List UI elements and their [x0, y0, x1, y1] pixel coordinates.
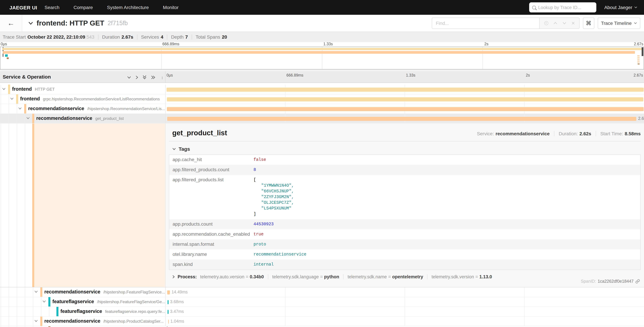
- minimap-tick-labels: 0μs 666.89ms 1.33s 2s 2.67s: [0, 42, 644, 47]
- tag-row: app.filtered_products.list["1YMWWN1N4O",…: [169, 175, 640, 219]
- process-value: python: [324, 274, 339, 279]
- trace-timeline-minimap[interactable]: [0, 47, 644, 70]
- tag-key: internal.span.format: [169, 239, 254, 249]
- clear-find-icon[interactable]: [571, 22, 575, 25]
- tags-section-title: Tags: [179, 146, 190, 152]
- span-duration-bar[interactable]: [168, 300, 168, 304]
- span-row[interactable]: recommendationservice/hipstershop.Recomm…: [0, 104, 644, 114]
- tick-label: 1.33s: [323, 42, 333, 46]
- span-collapse-chevron-icon[interactable]: [18, 107, 22, 110]
- span-collapse-chevron-icon[interactable]: [26, 117, 30, 120]
- process-key: telemetry.sdk.language: [272, 274, 319, 279]
- span-duration-bar[interactable]: [168, 310, 168, 314]
- tag-row: otel.library.namerecommendationservice: [169, 250, 640, 260]
- span-duration-bar[interactable]: [166, 88, 644, 92]
- deep-link-icon[interactable]: [635, 279, 640, 284]
- tag-row: app.cache_hitfalse: [169, 155, 640, 165]
- process-key: telemetry.sdk.version: [432, 274, 474, 279]
- viewport-right-scrubber[interactable]: [642, 47, 643, 56]
- tag-row: app.products.count44530923: [169, 219, 640, 229]
- span-duration-bar[interactable]: [168, 320, 169, 324]
- minimap-span-bar: [5, 54, 8, 57]
- tick-label: 0μs: [1, 42, 7, 46]
- trace-page-header: ← frontend: HTTP GET 2f715fb ⌘ Trace Tim…: [0, 15, 644, 32]
- span-collapse-chevron-icon[interactable]: [34, 320, 38, 322]
- process-key: telemetry.sdk.name: [348, 274, 387, 279]
- span-duration-label: Duration:: [559, 131, 578, 136]
- span-collapse-chevron-icon[interactable]: [42, 300, 46, 303]
- minimap-span-bar: [638, 64, 640, 64]
- minimap-span-bar: [2, 51, 635, 54]
- span-rows: frontendHTTP GETfrontendgrpc.hipstershop…: [0, 83, 644, 327]
- app-logo[interactable]: JAEGER UI: [10, 4, 37, 10]
- tags-section-toggle[interactable]: Tags: [172, 146, 641, 152]
- span-operation-name: /hipstershop.FeatureFlagService...: [104, 290, 165, 294]
- timeline-tick-labels: 0μs 666.89ms 1.33s 2s 2.67s: [0, 73, 644, 78]
- span-collapse-chevron-icon[interactable]: [34, 290, 38, 293]
- span-duration-label: 14.49ms: [172, 290, 188, 294]
- span-row-partial[interactable]: [0, 326, 644, 327]
- keyboard-shortcuts-button[interactable]: ⌘: [583, 18, 594, 29]
- jaeger-trace-page: JAEGER UI Search Compare System Architec…: [0, 0, 644, 327]
- span-collapse-chevron-icon[interactable]: [10, 97, 14, 100]
- span-row[interactable]: recommendationservice/hipstershop.Featur…: [0, 288, 644, 297]
- tag-value: recommendationservice: [254, 250, 309, 260]
- span-operation-name: /hipstershop.FeatureFlagService/Ge...: [97, 300, 165, 304]
- nav-item-system-architecture[interactable]: System Architecture: [107, 5, 149, 10]
- process-value: opentelemetry: [392, 274, 423, 279]
- span-detail-title: get_product_list: [172, 129, 227, 137]
- command-icon: ⌘: [586, 20, 592, 27]
- prev-match-icon[interactable]: [553, 22, 557, 24]
- tag-key: span.kind: [169, 260, 254, 269]
- span-duration-value: 2.62s: [580, 131, 591, 136]
- span-row[interactable]: recommendationserviceget_product_list2.6…: [0, 114, 644, 124]
- span-row[interactable]: featureflagservice/hipstershop.FeatureFl…: [0, 297, 644, 307]
- chevron-down-icon: [634, 6, 637, 8]
- span-duration-bar[interactable]: [167, 97, 643, 102]
- tag-value: false: [254, 155, 269, 165]
- back-button[interactable]: ←: [0, 15, 22, 32]
- trace-id: 2f715fb: [108, 20, 128, 27]
- span-duration-bar[interactable]: [167, 290, 170, 294]
- trace-lookup-input[interactable]: [538, 5, 593, 10]
- nav-item-compare[interactable]: Compare: [74, 5, 93, 10]
- span-color-bar: [16, 94, 18, 104]
- tag-value: 44530923: [254, 219, 276, 229]
- span-duration-bar[interactable]: [167, 117, 636, 121]
- tag-row: app.filtered_products.count8: [169, 165, 640, 175]
- span-row[interactable]: featureflagservicefeatureflagservice.rep…: [0, 307, 644, 316]
- tag-key: otel.library.name: [169, 250, 254, 259]
- span-service-name: featureflagservice/hipstershop.FeatureFl…: [52, 299, 165, 304]
- tick-label: 2.67s: [634, 42, 643, 46]
- trace-view-label: Trace Timeline: [601, 20, 632, 26]
- top-nav: JAEGER UI Search Compare System Architec…: [0, 0, 644, 15]
- next-match-icon[interactable]: [562, 22, 566, 24]
- span-collapse-chevron-icon[interactable]: [2, 88, 6, 90]
- span-row[interactable]: frontendgrpc.hipstershop.RecommendationS…: [0, 94, 644, 104]
- span-operation-name: HTTP GET: [35, 87, 55, 92]
- nav-item-monitor[interactable]: Monitor: [163, 5, 178, 10]
- collapse-trace-chevron-icon[interactable]: [28, 22, 33, 25]
- depth-label: Depth: [171, 34, 184, 40]
- span-color-bar: [24, 104, 26, 114]
- trace-start-value: October 22 2022, 22:10:09.543: [27, 34, 94, 40]
- process-row[interactable]: Process: telemetry.auto.version=0.34b0te…: [172, 274, 641, 279]
- trace-start-label: Trace Start: [3, 34, 26, 40]
- span-duration-label: 3.47ms: [170, 309, 184, 314]
- tick-label: 0μs: [166, 73, 173, 77]
- find-input[interactable]: [432, 18, 539, 29]
- about-jaeger-menu[interactable]: About Jaeger: [604, 5, 637, 10]
- span-duration-label: 3.68ms: [170, 300, 184, 304]
- span-color-bar: [32, 114, 34, 123]
- minimap-span-bar: [637, 60, 640, 60]
- duration-value: 2.67s: [122, 34, 133, 40]
- tag-key: app.filtered_products.list: [169, 175, 254, 184]
- span-row[interactable]: frontendHTTP GET: [0, 84, 644, 94]
- span-row[interactable]: recommendationservice/hipstershop.Produc…: [0, 316, 644, 326]
- trace-view-selector[interactable]: Trace Timeline: [598, 18, 640, 29]
- nav-item-search[interactable]: Search: [44, 5, 60, 10]
- tags-table: app.cache_hitfalseapp.filtered_products.…: [169, 154, 641, 270]
- focus-match-icon[interactable]: [544, 21, 548, 25]
- nav-links: Search Compare System Architecture Monit…: [44, 5, 178, 10]
- span-duration-bar[interactable]: [167, 107, 644, 111]
